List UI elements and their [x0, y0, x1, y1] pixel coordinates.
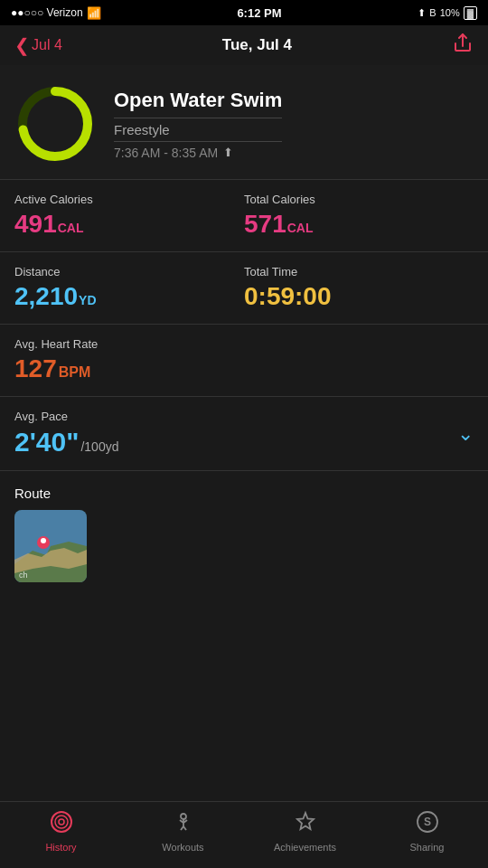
calories-row: Active Calories 491 CAL Total Calories 5…	[14, 193, 474, 239]
back-button[interactable]: ❮ Jul 4	[14, 34, 62, 56]
location-icon: ⬆	[418, 7, 426, 19]
total-calories-block: Total Calories 571 CAL	[244, 193, 474, 239]
history-icon	[50, 810, 73, 839]
active-cal-unit: CAL	[58, 221, 84, 235]
svg-text:S: S	[423, 816, 430, 828]
pace-section: Avg. Pace 2'40" /100yd ⌄	[0, 397, 488, 471]
pace-label: Avg. Pace	[14, 410, 118, 423]
share-button[interactable]	[452, 33, 474, 59]
workout-title: Open Water Swim	[114, 89, 282, 112]
tab-workouts-label: Workouts	[162, 842, 203, 853]
svg-point-11	[55, 816, 68, 828]
pace-number: 2'40"	[14, 427, 79, 458]
divider2	[114, 141, 282, 142]
distance-value: 2,210 YD	[14, 282, 244, 311]
distance-time-section: Distance 2,210 YD Total Time 0:59:00	[0, 252, 488, 325]
location-arrow-icon: ⬆	[223, 146, 233, 159]
pace-row: Avg. Pace 2'40" /100yd ⌄	[14, 410, 474, 458]
history-svg	[50, 810, 73, 834]
main-content: Open Water Swim Freestyle 7:36 AM - 8:35…	[0, 65, 488, 801]
total-calories-value: 571 CAL	[244, 210, 474, 239]
distance-label: Distance	[14, 265, 244, 278]
pace-value: 2'40" /100yd	[14, 427, 118, 458]
tab-history-label: History	[45, 842, 76, 853]
svg-text:ch: ch	[19, 571, 28, 580]
heart-rate-section: Avg. Heart Rate 127 BPM	[0, 325, 488, 397]
tab-sharing-label: Sharing	[410, 842, 445, 853]
heart-rate-label: Avg. Heart Rate	[14, 337, 474, 351]
svg-point-13	[181, 814, 186, 819]
divider	[114, 118, 282, 118]
pace-block: Avg. Pace 2'40" /100yd	[14, 410, 118, 458]
total-time-block: Total Time 0:59:00	[244, 265, 474, 311]
total-cal-number: 571	[244, 210, 286, 239]
active-calories-value: 491 CAL	[14, 210, 244, 239]
tab-history[interactable]: History	[0, 810, 122, 853]
heart-rate-number: 127	[14, 354, 57, 383]
status-time: 6:12 PM	[237, 6, 281, 20]
active-calories-block: Active Calories 491 CAL	[14, 193, 244, 239]
pace-unit: /100yd	[80, 439, 118, 454]
status-bar: ●●○○○ Verizon 📶 6:12 PM ⬆ B 10% ▓	[0, 0, 488, 25]
back-label: Jul 4	[32, 37, 62, 53]
back-chevron-icon: ❮	[14, 34, 30, 56]
status-carrier: ●●○○○ Verizon 📶	[11, 6, 101, 20]
calories-section: Active Calories 491 CAL Total Calories 5…	[0, 180, 488, 252]
nav-bar: ❮ Jul 4 Tue, Jul 4	[0, 25, 488, 65]
total-calories-label: Total Calories	[244, 193, 474, 206]
total-time-value: 0:59:00	[244, 282, 474, 311]
status-right: ⬆ B 10% ▓	[418, 6, 477, 20]
time-range-text: 7:36 AM - 8:35 AM	[114, 146, 218, 160]
svg-marker-19	[297, 813, 314, 829]
activity-ring	[14, 83, 96, 165]
total-time-number: 0:59:00	[244, 282, 332, 311]
tab-sharing[interactable]: S Sharing	[366, 810, 488, 853]
sharing-svg: S	[416, 810, 439, 834]
route-section: Route ch	[0, 471, 488, 597]
workout-info: Open Water Swim Freestyle 7:36 AM - 8:35…	[114, 89, 282, 160]
distance-block: Distance 2,210 YD	[14, 265, 244, 311]
route-label: Route	[14, 486, 474, 501]
chevron-down-icon[interactable]: ⌄	[457, 422, 474, 446]
nav-title: Tue, Jul 4	[222, 36, 292, 54]
tab-bar: History Workouts Achievements S	[0, 801, 488, 868]
wifi-icon: 📶	[87, 6, 101, 20]
svg-point-12	[59, 819, 64, 825]
distance-number: 2,210	[14, 282, 78, 311]
svg-line-18	[183, 826, 186, 830]
tab-achievements[interactable]: Achievements	[244, 810, 366, 853]
active-cal-number: 491	[14, 210, 57, 239]
heart-rate-value: 127 BPM	[14, 354, 474, 383]
map-image: ch	[14, 510, 87, 582]
distance-time-row: Distance 2,210 YD Total Time 0:59:00	[14, 265, 474, 311]
share-icon	[452, 33, 474, 54]
distance-unit: YD	[79, 293, 96, 307]
ring-svg	[14, 83, 96, 165]
active-calories-label: Active Calories	[14, 193, 244, 206]
workouts-icon	[172, 810, 195, 839]
workout-header: Open Water Swim Freestyle 7:36 AM - 8:35…	[0, 65, 488, 180]
tab-workouts[interactable]: Workouts	[122, 810, 244, 853]
achievements-icon	[294, 810, 317, 839]
workouts-svg	[172, 810, 195, 834]
heart-rate-unit: BPM	[59, 364, 91, 381]
tab-achievements-label: Achievements	[274, 842, 336, 853]
sharing-icon: S	[416, 810, 439, 839]
workout-time-range: 7:36 AM - 8:35 AM ⬆	[114, 146, 282, 160]
total-cal-unit: CAL	[287, 221, 314, 235]
achievements-svg	[294, 810, 317, 834]
carrier-text: ●●○○○ Verizon	[11, 6, 83, 19]
map-thumbnail[interactable]: ch	[14, 510, 87, 582]
battery-icon: ▓	[464, 6, 477, 20]
svg-point-7	[41, 538, 46, 543]
battery-text: 10%	[440, 7, 460, 18]
bluetooth-icon: B	[429, 7, 436, 18]
workout-subtitle: Freestyle	[114, 122, 282, 137]
total-time-label: Total Time	[244, 265, 474, 278]
